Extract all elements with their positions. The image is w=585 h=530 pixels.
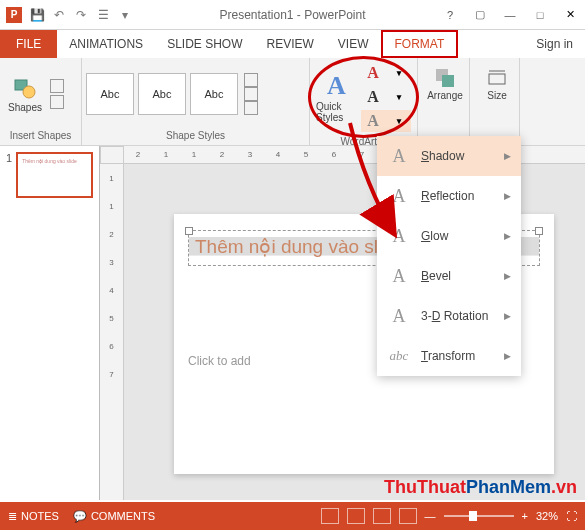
comments-button[interactable]: 💬COMMENTS <box>73 510 155 523</box>
chevron-right-icon: ▶ <box>504 151 511 161</box>
menu-item-bevel[interactable]: A Bevel ▶ <box>377 256 521 296</box>
shape-style-preset[interactable]: Abc <box>190 73 238 115</box>
svg-point-1 <box>23 86 35 98</box>
menu-item-glow[interactable]: A Glow ▶ <box>377 216 521 256</box>
tab-view[interactable]: VIEW <box>326 30 381 58</box>
textbox-icon[interactable] <box>50 79 64 93</box>
rotation-3d-icon: A <box>387 304 411 328</box>
svg-rect-3 <box>442 75 454 87</box>
touch-mode-icon[interactable]: ☰ <box>92 4 114 26</box>
menu-item-3d-rotation[interactable]: A 3-D Rotation ▶ <box>377 296 521 336</box>
text-effects-menu: A Shadow ▶ A Reflection ▶ A Glow ▶ A Bev… <box>377 136 521 376</box>
reflection-icon: A <box>387 184 411 208</box>
shape-style-preset[interactable]: Abc <box>138 73 186 115</box>
qat-dropdown-icon[interactable]: ▾ <box>114 4 136 26</box>
chevron-right-icon: ▶ <box>504 351 511 361</box>
ruler-corner <box>100 146 124 164</box>
slide-thumbnail-pane: 1 Thêm nội dung vào slide <box>0 146 100 500</box>
tab-review[interactable]: REVIEW <box>254 30 325 58</box>
shape-style-preset[interactable]: Abc <box>86 73 134 115</box>
ribbon-tabs: FILE ANIMATIONS SLIDE SHOW REVIEW VIEW F… <box>0 30 585 58</box>
zoom-in-button[interactable]: + <box>522 510 528 522</box>
tab-animations[interactable]: ANIMATIONS <box>57 30 155 58</box>
statusbar: ≣NOTES 💬COMMENTS ― + 32% ⛶ <box>0 502 585 530</box>
sign-in-link[interactable]: Sign in <box>524 30 585 58</box>
size-button[interactable]: Size <box>474 60 520 101</box>
chevron-down-icon[interactable]: ▾ <box>387 86 411 108</box>
chevron-down-icon[interactable]: ▾ <box>387 110 411 132</box>
group-arrange: Arrange <box>418 58 470 145</box>
ribbon-options-icon[interactable]: ▢ <box>465 2 495 28</box>
group-label-shape-styles: Shape Styles <box>86 128 305 143</box>
thumbnail-number: 1 <box>6 152 12 198</box>
shape-styles-more[interactable] <box>242 69 260 119</box>
menu-item-reflection[interactable]: A Reflection ▶ <box>377 176 521 216</box>
group-size: Size <box>470 58 520 145</box>
minimize-icon[interactable]: ― <box>495 2 525 28</box>
shapes-button[interactable]: Shapes <box>4 63 46 125</box>
quick-access-toolbar: P 💾 ↶ ↷ ☰ ▾ <box>0 4 136 26</box>
chevron-right-icon: ▶ <box>504 271 511 281</box>
merge-shapes-icon[interactable] <box>50 95 64 109</box>
group-shape-styles: Abc Abc Abc Shape Styles <box>82 58 310 145</box>
sorter-view-button[interactable] <box>347 508 365 524</box>
menu-item-shadow[interactable]: A Shadow ▶ <box>377 136 521 176</box>
window-title: Presentation1 - PowerPoint <box>219 8 365 22</box>
menu-item-transform[interactable]: abc Transform ▶ <box>377 336 521 376</box>
group-label-insert-shapes: Insert Shapes <box>4 128 77 143</box>
chevron-down-icon[interactable]: ▾ <box>387 62 411 84</box>
help-icon[interactable]: ? <box>435 2 465 28</box>
zoom-slider[interactable] <box>444 515 514 517</box>
tab-format[interactable]: FORMAT <box>381 30 459 58</box>
shadow-icon: A <box>387 144 411 168</box>
undo-icon[interactable]: ↶ <box>48 4 70 26</box>
slideshow-view-button[interactable] <box>399 508 417 524</box>
notes-button[interactable]: ≣NOTES <box>8 510 59 523</box>
tab-slideshow[interactable]: SLIDE SHOW <box>155 30 254 58</box>
window-controls: ? ▢ ― □ ✕ <box>435 2 585 28</box>
zoom-level[interactable]: 32% <box>536 510 558 522</box>
save-icon[interactable]: 💾 <box>26 4 48 26</box>
tab-file[interactable]: FILE <box>0 30 57 58</box>
powerpoint-icon[interactable]: P <box>6 7 22 23</box>
ruler-vertical: 11234567 <box>100 164 124 500</box>
zoom-out-button[interactable]: ― <box>425 510 436 522</box>
normal-view-button[interactable] <box>321 508 339 524</box>
quick-styles-button[interactable]: A Quick Styles <box>316 71 357 123</box>
text-fill-button[interactable]: A <box>361 62 385 84</box>
group-wordart-styles: A Quick Styles A ▾ A ▾ A ▾ WordArt S <box>310 58 418 145</box>
maximize-icon[interactable]: □ <box>525 2 555 28</box>
redo-icon[interactable]: ↷ <box>70 4 92 26</box>
reading-view-button[interactable] <box>373 508 391 524</box>
arrange-button[interactable]: Arrange <box>422 60 468 101</box>
group-insert-shapes: Shapes Insert Shapes <box>0 58 82 145</box>
chevron-right-icon: ▶ <box>504 311 511 321</box>
chevron-right-icon: ▶ <box>504 191 511 201</box>
glow-icon: A <box>387 224 411 248</box>
chevron-right-icon: ▶ <box>504 231 511 241</box>
close-icon[interactable]: ✕ <box>555 2 585 28</box>
svg-rect-4 <box>489 74 505 84</box>
slide-thumbnail[interactable]: Thêm nội dung vào slide <box>16 152 93 198</box>
fit-to-window-button[interactable]: ⛶ <box>566 510 577 522</box>
content-placeholder[interactable]: Click to add <box>188 354 368 368</box>
watermark: ThuThuatPhanMem.vn <box>384 477 577 498</box>
text-effects-button[interactable]: A <box>361 110 385 132</box>
ribbon: Shapes Insert Shapes Abc Abc Abc Shape S… <box>0 58 585 146</box>
transform-icon: abc <box>387 344 411 368</box>
text-outline-button[interactable]: A <box>361 86 385 108</box>
titlebar: P 💾 ↶ ↷ ☰ ▾ Presentation1 - PowerPoint ?… <box>0 0 585 30</box>
bevel-icon: A <box>387 264 411 288</box>
